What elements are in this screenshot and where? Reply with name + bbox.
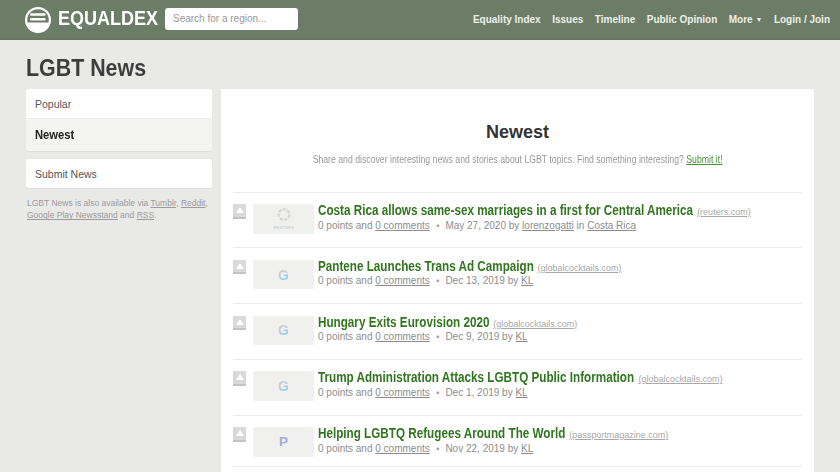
svg-text:REUTERS: REUTERS	[273, 225, 294, 229]
